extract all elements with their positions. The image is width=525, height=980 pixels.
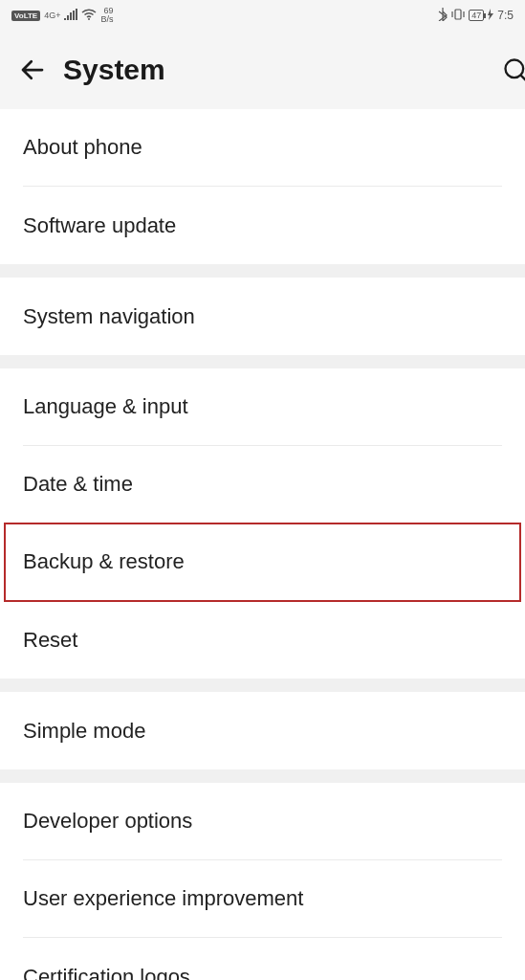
clock-time: 7:5 [497,9,514,22]
item-software-update[interactable]: Software update [0,187,525,264]
item-backup-restore[interactable]: Backup & restore [0,523,525,601]
status-left: VoLTE 4G+ 69 B/s [11,7,113,24]
item-label: About phone [23,135,142,160]
header: System [0,31,525,109]
item-label: Date & time [23,472,133,497]
item-label: Language & input [23,394,188,419]
volte-icon: VoLTE [11,11,40,21]
item-label: Certification logos [23,965,190,981]
item-label: Developer options [23,809,192,834]
network-speed: 69 B/s [100,7,113,24]
item-date-time[interactable]: Date & time [0,446,525,523]
vibrate-icon [451,9,465,23]
status-bar: VoLTE 4G+ 69 B/s 47 7:5 [0,0,525,31]
item-label: User experience improvement [23,886,303,911]
signal-icon [64,9,77,23]
status-right: 47 7:5 [438,8,514,24]
svg-point-0 [88,18,90,20]
page-title: System [63,54,165,86]
bluetooth-icon [438,8,448,24]
settings-group: System navigation [0,278,525,355]
wifi-icon [81,9,97,23]
svg-rect-1 [455,10,461,19]
item-certification-logos[interactable]: Certification logos [0,938,525,980]
settings-list: About phoneSoftware updateSystem navigat… [0,109,525,980]
settings-group: Developer optionsUser experience improve… [0,783,525,980]
group-spacer [0,679,525,692]
item-reset[interactable]: Reset [0,601,525,679]
settings-group: Simple mode [0,692,525,769]
item-developer-options[interactable]: Developer options [0,783,525,860]
item-language-input[interactable]: Language & input [0,368,525,446]
network-type: 4G+ [44,11,60,20]
item-label: Simple mode [23,719,145,744]
item-about-phone[interactable]: About phone [0,109,525,187]
search-icon [502,56,525,83]
group-spacer [0,264,525,278]
settings-group: Language & inputDate & timeBackup & rest… [0,368,525,679]
charging-icon [488,9,493,23]
item-label: System navigation [23,304,195,329]
item-label: Reset [23,628,77,653]
group-spacer [0,355,525,368]
battery-icon: 47 [469,10,484,21]
settings-group: About phoneSoftware update [0,109,525,264]
arrow-left-icon [18,56,47,84]
group-spacer [0,769,525,783]
item-label: Backup & restore [23,549,185,574]
item-simple-mode[interactable]: Simple mode [0,692,525,769]
back-button[interactable] [8,45,57,95]
item-system-navigation[interactable]: System navigation [0,278,525,355]
item-label: Software update [23,213,176,238]
item-user-experience[interactable]: User experience improvement [0,860,525,938]
search-button[interactable] [496,51,525,89]
